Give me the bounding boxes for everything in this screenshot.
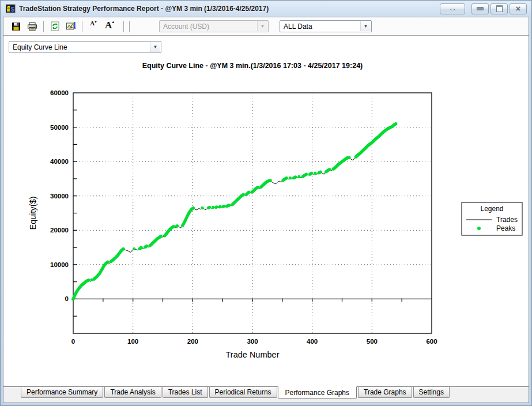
svg-text:300: 300	[247, 338, 258, 345]
svg-text:20000: 20000	[50, 227, 69, 234]
window-title: TradeStation Strategy Performance Report…	[19, 5, 440, 13]
toolbar-separator	[82, 21, 82, 32]
title-bar: $ TradeStation Strategy Performance Repo…	[3, 1, 529, 17]
svg-text:Peaks: Peaks	[496, 224, 515, 232]
tab-trade-graphs[interactable]: Trade Graphs	[358, 387, 412, 398]
svg-text:400: 400	[307, 338, 318, 345]
svg-text:Trade Number: Trade Number	[226, 350, 280, 359]
svg-text:10000: 10000	[50, 261, 69, 268]
toolbar: A▾ A▴ Account (USD) ▼ ALL Data ▼	[3, 17, 529, 36]
tab-periodical-returns[interactable]: Periodical Returns	[209, 387, 277, 398]
svg-text:100: 100	[127, 338, 138, 345]
refresh-icon	[50, 21, 60, 31]
data-range-dropdown-value: ALL Data	[284, 22, 312, 31]
app-icon: $	[6, 4, 16, 13]
resize-arrows-icon: ⇔	[449, 5, 456, 13]
window: $ TradeStation Strategy Performance Repo…	[0, 0, 532, 406]
report-settings-icon	[66, 21, 76, 31]
graph-area: Equity Curve Line ▼ Equity Curve Line - …	[3, 36, 529, 386]
increase-font-label: A	[105, 20, 112, 31]
svg-text:500: 500	[367, 338, 378, 345]
decrease-font-label: A	[90, 20, 95, 27]
tab-trades-list[interactable]: Trades List	[163, 387, 208, 398]
graph-type-dropdown[interactable]: Equity Curve Line ▼	[9, 41, 161, 53]
refresh-button[interactable]	[47, 20, 62, 33]
data-range-dropdown[interactable]: ALL Data ▼	[280, 20, 372, 32]
tab-bar: Performance Summary Trade Analysis Trade…	[3, 387, 529, 399]
chevron-down-icon: ▼	[257, 21, 267, 31]
svg-text:600: 600	[426, 338, 437, 345]
caret-down-icon: ▾	[95, 20, 97, 24]
svg-text:200: 200	[187, 338, 198, 345]
svg-text:0: 0	[71, 338, 75, 345]
toolbar-separator	[129, 21, 130, 32]
svg-text:50000: 50000	[50, 124, 69, 131]
save-button[interactable]	[9, 20, 24, 33]
toolbar-separator	[43, 21, 44, 32]
restore-button[interactable]	[491, 3, 508, 14]
chevron-down-icon: ▼	[360, 21, 371, 31]
increase-font-button[interactable]: A▴	[102, 20, 117, 33]
tab-trade-analysis[interactable]: Trade Analysis	[104, 387, 161, 398]
print-icon	[27, 22, 37, 31]
chevron-down-icon: ▼	[150, 42, 160, 52]
print-button[interactable]	[25, 20, 40, 33]
svg-text:Equity($): Equity($)	[28, 196, 37, 230]
tab-settings[interactable]: Settings	[413, 387, 450, 398]
account-dropdown: Account (USD) ▼	[159, 20, 269, 32]
tab-performance-graphs[interactable]: Performance Graphs	[278, 386, 357, 399]
restore-icon	[496, 5, 503, 12]
minimize-icon	[477, 7, 484, 10]
save-icon	[12, 22, 21, 31]
report-settings-button[interactable]	[63, 20, 78, 33]
status-strip	[3, 399, 529, 403]
svg-text:Equity Curve Line - @YM 3 min.: Equity Curve Line - @YM 3 min.(1/3/2016 …	[142, 62, 363, 70]
toolbar-separator	[123, 21, 124, 32]
svg-text:Trades: Trades	[496, 216, 518, 224]
svg-text:$: $	[10, 6, 14, 13]
resize-button[interactable]: ⇔	[440, 3, 465, 14]
tab-performance-summary[interactable]: Performance Summary	[21, 387, 103, 398]
svg-text:0: 0	[65, 295, 69, 302]
report-panel: A▾ A▴ Account (USD) ▼ ALL Data ▼ Equity …	[3, 17, 529, 403]
svg-text:40000: 40000	[50, 158, 69, 165]
caret-up-icon: ▴	[112, 20, 114, 24]
close-button[interactable]: ×	[510, 3, 527, 14]
graph-type-dropdown-value: Equity Curve Line	[13, 43, 67, 51]
equity-curve-chart: Equity Curve Line - @YM 3 min.(1/3/2016 …	[3, 36, 530, 376]
svg-text:Legend: Legend	[480, 205, 503, 213]
svg-text:30000: 30000	[50, 193, 69, 200]
decrease-font-button[interactable]: A▾	[86, 20, 101, 33]
minimize-button[interactable]	[471, 3, 489, 14]
account-dropdown-value: Account (USD)	[163, 22, 209, 31]
window-controls: ⇔ ×	[440, 3, 527, 14]
close-icon: ×	[516, 4, 521, 13]
svg-text:60000: 60000	[50, 89, 69, 96]
